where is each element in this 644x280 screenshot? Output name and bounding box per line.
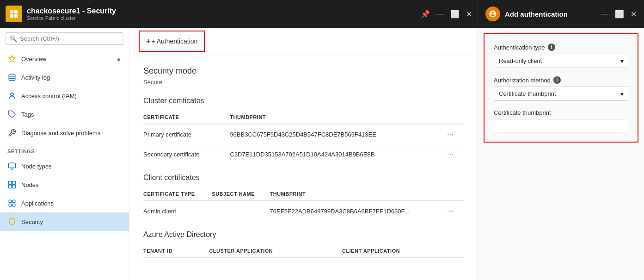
star-icon — [7, 54, 17, 63]
authentication-tab[interactable]: + + Authentication — [139, 31, 205, 52]
auth-type-info-icon[interactable]: i — [548, 44, 555, 51]
sidebar-item-tags[interactable]: Tags — [0, 105, 129, 124]
client-certs-table: CERTIFICATE TYPE SUBJECT NAME THUMBPRINT… — [143, 187, 464, 221]
tab-bar: + + Authentication — [129, 28, 478, 55]
cert-thumbprint: C2D7E11DD35153A702A51D10A424A3014B9B6E8B — [230, 144, 445, 164]
more-button[interactable]: ··· — [445, 130, 455, 138]
nodetype-icon — [7, 162, 17, 171]
settings-section-header: SETTINGS — [0, 142, 129, 157]
right-panel: Authentication type i Read-only clientAd… — [478, 28, 644, 280]
client-col-subject: SUBJECT NAME — [212, 187, 270, 201]
sidebar-item-applications-label: Applications — [21, 200, 54, 207]
main-layout: 🔍 Overview ▲ Activity log — [0, 28, 644, 280]
svg-rect-2 — [10, 14, 13, 18]
svg-rect-14 — [12, 181, 16, 185]
minimize-icon[interactable]: — — [436, 10, 444, 18]
sidebar-item-nodes[interactable]: Nodes — [0, 175, 129, 194]
sidebar-item-tags-label: Tags — [21, 111, 34, 118]
auth-method-select-wrapper: Certificate thumbprintCertificate common… — [494, 87, 628, 101]
cert-thumbprint-label: Certificate thumbprint — [494, 109, 628, 116]
sidebar-item-overview-label: Overview — [21, 56, 46, 62]
right-top-bar: Add authentication — ⬜ ✕ — [478, 0, 644, 28]
auth-type-select-wrapper: Read-only clientAdmin client — [494, 54, 628, 68]
aad-title: Azure Active Directory — [143, 230, 464, 239]
sidebar-item-node-types-label: Node types — [21, 163, 52, 170]
svg-rect-3 — [14, 14, 18, 18]
plus-icon: + — [146, 37, 150, 45]
table-row: Admin client 70EF5E22ADB649799DA3C8B6A6B… — [143, 201, 464, 221]
top-bar-actions: 📌 — ⬜ ✕ — [421, 10, 472, 19]
top-bars-row: chackosecure1 - Security Service Fabric … — [0, 0, 644, 28]
aad-col-client-app: CLIENT APPLICATION — [342, 244, 464, 258]
client-col-type: CERTIFICATE TYPE — [143, 187, 212, 201]
app-title-block: chackosecure1 - Security Service Fabric … — [27, 7, 421, 21]
svg-rect-16 — [12, 185, 16, 188]
client-cert-type: Admin client — [143, 201, 212, 221]
search-input[interactable] — [20, 35, 119, 42]
cert-name: Secondary certificate — [143, 144, 230, 164]
aad-col-tenant: TENANT ID — [143, 244, 209, 258]
authentication-tab-label: + Authentication — [151, 37, 197, 45]
cert-name: Primary certificate — [143, 124, 230, 144]
app-sub-title: Service Fabric cluster — [27, 15, 421, 21]
cluster-col-certificate: CERTIFICATE — [143, 111, 230, 124]
sidebar-item-access-control[interactable]: Access control (IAM) — [0, 87, 129, 105]
right-restore-icon[interactable]: ⬜ — [615, 10, 624, 19]
search-box[interactable]: 🔍 — [6, 32, 123, 45]
security-mode-title: Security mode — [143, 66, 464, 76]
svg-rect-19 — [9, 204, 11, 206]
auth-type-label: Authentication type i — [494, 44, 628, 51]
more-actions-cell: ··· — [445, 144, 464, 164]
aad-table: TENANT ID CLUSTER APPLICATION CLIENT APP… — [143, 244, 464, 258]
activity-icon — [7, 73, 17, 82]
sidebar-item-security[interactable]: Security — [0, 212, 129, 231]
sidebar-item-activity-log[interactable]: Activity log — [0, 68, 129, 87]
pin-icon[interactable]: 📌 — [421, 10, 430, 19]
svg-rect-18 — [13, 200, 15, 202]
more-button[interactable]: ··· — [445, 207, 455, 215]
search-icon: 🔍 — [10, 35, 17, 42]
more-actions-cell: ··· — [445, 124, 464, 144]
auth-method-select[interactable]: Certificate thumbprintCertificate common… — [494, 87, 628, 101]
collapse-arrow-icon: ▲ — [116, 56, 122, 62]
sidebar-item-diagnose[interactable]: Diagnose and solve problems — [0, 124, 129, 142]
svg-marker-4 — [9, 56, 16, 62]
sidebar-item-activity-log-label: Activity log — [21, 74, 50, 81]
auth-method-info-icon[interactable]: i — [553, 76, 561, 84]
auth-type-select[interactable]: Read-only clientAdmin client — [494, 54, 628, 68]
restore-icon[interactable]: ⬜ — [450, 10, 460, 19]
security-icon — [7, 217, 17, 226]
sidebar: 🔍 Overview ▲ Activity log — [0, 28, 129, 280]
sidebar-item-applications[interactable]: Applications — [0, 194, 129, 212]
sidebar-item-overview[interactable]: Overview ▲ — [0, 50, 129, 68]
client-cert-subject — [212, 201, 270, 221]
right-close-icon[interactable]: ✕ — [631, 10, 637, 19]
svg-rect-17 — [9, 200, 11, 202]
svg-rect-13 — [9, 181, 12, 185]
cert-thumbprint: 96BB3CC675F9D43C25D4B547FC8DE7B569F413EE — [230, 124, 445, 144]
tag-icon — [7, 110, 17, 119]
svg-rect-5 — [9, 74, 15, 81]
sidebar-item-access-control-label: Access control (IAM) — [21, 93, 77, 100]
iam-icon — [7, 91, 17, 100]
cert-thumbprint-input[interactable] — [494, 119, 628, 132]
auth-method-label: Authorization method i — [494, 76, 628, 84]
app-main-title: chackosecure1 - Security — [27, 7, 421, 15]
content-area: + + Authentication Security mode Secure … — [129, 28, 478, 280]
right-minimize-icon[interactable]: — — [601, 10, 608, 18]
svg-rect-10 — [9, 163, 16, 168]
svg-rect-0 — [10, 10, 13, 13]
sidebar-item-node-types[interactable]: Node types — [0, 157, 129, 175]
more-button[interactable]: ··· — [445, 150, 455, 158]
close-icon[interactable]: ✕ — [466, 10, 472, 19]
right-panel-icon — [485, 6, 500, 21]
client-certs-title: Client certificates — [143, 174, 464, 182]
top-bar: chackosecure1 - Security Service Fabric … — [0, 0, 478, 28]
sidebar-item-nodes-label: Nodes — [21, 181, 39, 188]
svg-point-8 — [11, 93, 13, 96]
table-row: Primary certificate 96BB3CC675F9D43C25D4… — [143, 124, 464, 144]
right-top-bar-actions: — ⬜ ✕ — [601, 10, 637, 19]
svg-rect-20 — [13, 204, 15, 206]
more-actions-cell: ··· — [445, 201, 464, 221]
security-mode-value: Secure — [143, 79, 464, 86]
